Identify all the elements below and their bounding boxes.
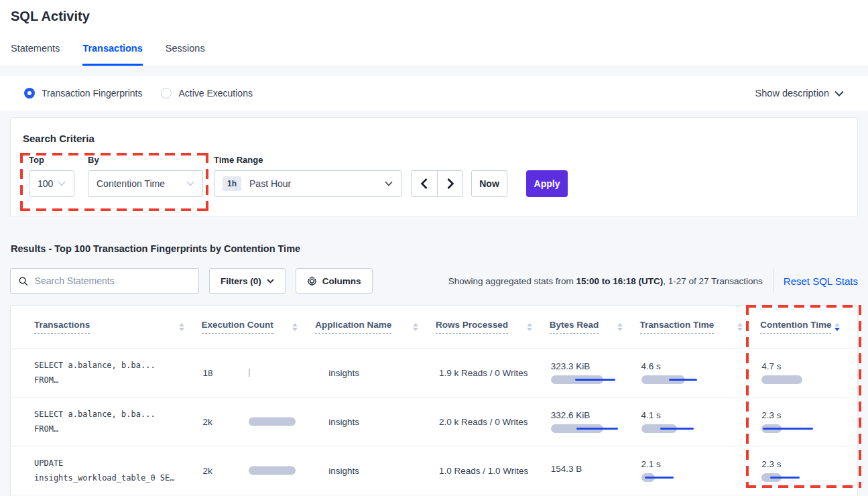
time-nav-group [411,170,463,197]
transaction-time-cell: 2.1 s [640,459,761,482]
execution-count-value: 18 [203,368,213,378]
apply-button[interactable]: Apply [526,170,568,197]
column-header-application-name[interactable]: Application Name [315,320,436,334]
table-row[interactable]: SELECT a.balance, b.ba...FROM…2kinsights… [11,397,857,446]
tab-transactions[interactable]: Transactions [82,43,142,66]
contention-time-cell: 2.3 s [760,459,857,482]
search-icon [19,276,28,286]
chevron-down-icon [834,90,844,97]
application-name-cell: insights [315,368,436,378]
column-label: Contention Time [760,320,831,334]
reset-sql-stats-link[interactable]: Reset SQL Stats [784,275,858,287]
chevron-left-icon [421,178,428,189]
radio-selected-icon [24,88,35,99]
column-header-transaction-time[interactable]: Transaction Time [640,320,761,334]
execution-count-cell: 2k [202,417,316,427]
show-description-toggle[interactable]: Show description [755,88,844,99]
search-criteria-panel: Search Criteria Top 100 By Contention Ti… [10,117,858,217]
time-range-select[interactable]: 1h Past Hour [214,170,401,197]
chevron-down-icon [186,181,194,186]
sort-asc-arrow [834,323,840,326]
transaction-time-bar [641,473,761,482]
divider [773,269,774,293]
transaction-query-link[interactable]: SELECT a.balance, b.ba...FROM… [11,407,202,436]
top-select[interactable]: 100 [29,170,74,197]
query-line-2: FROM… [34,373,202,387]
sort-asc-arrow [413,323,418,326]
application-name-cell: insights [315,466,436,476]
sort-icon[interactable] [527,323,532,331]
sort-icon[interactable] [179,323,184,331]
column-header-bytes-read[interactable]: Bytes Read [550,320,640,334]
sort-icon[interactable] [617,323,623,331]
application-name-cell: insights [315,417,436,427]
view-toggle-band: Transaction Fingerprints Active Executio… [0,76,868,111]
bytes-read-bar [551,375,640,384]
bytes-read-value: 332.6 KiB [551,410,640,420]
execution-count-cell: 2k [202,466,316,476]
sort-icon[interactable] [292,323,298,331]
execution-count-value: 2k [203,417,212,427]
sort-icon[interactable] [834,323,840,331]
rows-processed-cell: 1.9 k Reads / 0 Writes [436,368,550,378]
chevron-down-icon [267,279,274,284]
search-criteria-heading: Search Criteria [23,133,95,144]
radio-active-executions[interactable]: Active Executions [161,88,253,99]
search-input[interactable] [35,275,190,286]
column-header-contention-time[interactable]: Contention Time [760,320,857,334]
sort-asc-arrow [292,323,298,326]
prev-time-button[interactable] [412,171,437,196]
tab-statements[interactable]: Statements [11,43,60,66]
column-header-rows-processed[interactable]: Rows Processed [436,320,550,334]
stats-time-range: 15:00 to 16:18 (UTC) [576,276,663,286]
contention-time-bar [761,473,857,482]
execution-count-bar [249,369,250,377]
time-range-label: Time Range [214,155,401,165]
transaction-query-link[interactable]: UPDATEinsights_workload_table_0 SE… [11,456,202,485]
search-statements-field[interactable] [10,268,199,294]
contention-time-cell: 2.3 s [760,410,857,433]
sort-asc-arrow [737,323,743,326]
execution-count-bar [249,467,296,475]
columns-button[interactable]: Columns [296,268,373,294]
results-toolbar: Filters (0) Columns Showing aggregated s… [10,268,858,294]
filters-button[interactable]: Filters (0) [209,268,286,294]
table-row[interactable]: SELECT a.balance, b.ba...FROM…18insights… [11,349,857,397]
transaction-time-bar [641,375,761,384]
column-label: Rows Processed [436,320,508,334]
bytes-read-cell: 154.3 B [550,464,640,478]
time-range-badge: 1h [223,176,241,191]
rows-processed-cell: 1.0 Reads / 1.0 Writes [436,466,550,476]
bytes-read-value: 323.3 KiB [551,361,640,371]
tab-sessions[interactable]: Sessions [166,43,205,66]
column-label: Transaction Time [640,320,715,334]
sort-icon[interactable] [737,323,743,331]
sort-icon[interactable] [413,323,418,331]
transaction-time-cell: 4.1 s [640,410,761,433]
bytes-read-value: 154.3 B [551,464,640,474]
bytes-read-cell: 323.3 KiB [550,361,640,384]
by-select[interactable]: Contention Time [88,170,203,197]
chevron-down-icon [58,181,66,186]
radio-unselected-icon [161,88,172,99]
transaction-query-link[interactable]: SELECT a.balance, b.ba...FROM… [11,358,202,387]
contention-time-value: 2.3 s [761,459,857,469]
by-label: By [88,155,203,165]
table-row[interactable]: UPDATEinsights_workload_table_0 SE…2kins… [11,446,857,495]
time-range-field-group: Time Range 1h Past Hour [214,155,401,197]
query-line-1: SELECT a.balance, b.ba... [34,407,202,422]
top-label: Top [29,155,74,165]
radio-transaction-fingerprints[interactable]: Transaction Fingerprints [24,88,142,99]
transactions-table: TransactionsExecution CountApplication N… [10,305,858,496]
sort-desc-arrow [737,328,743,331]
transaction-time-value: 2.1 s [641,459,761,469]
execution-count-value: 2k [203,466,212,476]
sort-asc-arrow [617,323,623,326]
next-time-button[interactable] [437,171,462,196]
column-header-execution-count[interactable]: Execution Count [202,320,316,334]
now-button[interactable]: Now [471,170,507,197]
column-header-transactions[interactable]: Transactions [11,320,202,334]
sort-desc-arrow [617,328,623,331]
sort-desc-arrow [413,328,418,331]
query-line-2: insights_workload_table_0 SE… [34,471,202,485]
